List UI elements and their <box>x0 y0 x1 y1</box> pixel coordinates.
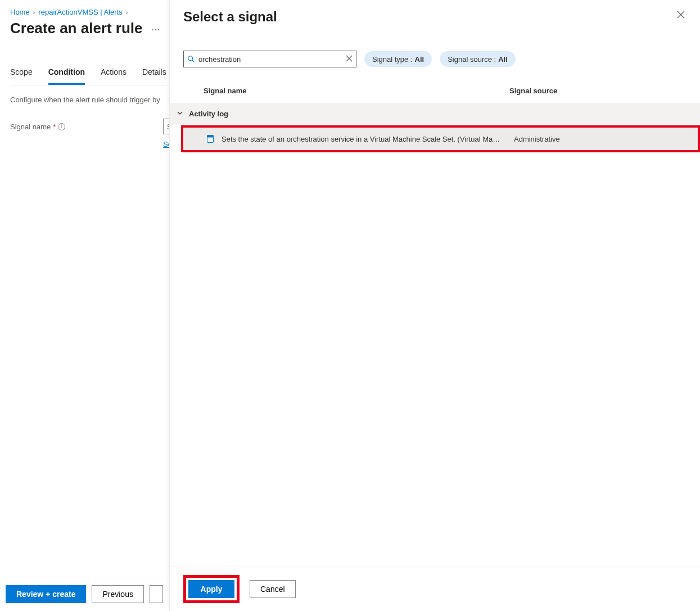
review-create-button[interactable]: Review + create <box>6 585 86 603</box>
more-icon[interactable]: … <box>151 21 161 33</box>
signal-source-filter[interactable]: Signal source :All <box>440 51 516 67</box>
chevron-down-icon <box>177 110 183 118</box>
signal-search-wrapper <box>183 51 356 67</box>
svg-point-0 <box>188 56 193 61</box>
group-activity-log[interactable]: Activity log <box>170 103 700 124</box>
panel-title: Select a signal <box>183 9 277 25</box>
tab-actions[interactable]: Actions <box>101 67 127 85</box>
cancel-button[interactable]: Cancel <box>250 580 296 598</box>
tab-scope[interactable]: Scope <box>10 67 33 85</box>
previous-button[interactable]: Previous <box>92 585 143 603</box>
breadcrumb-home[interactable]: Home <box>10 8 30 16</box>
highlighted-result: Sets the state of an orchestration servi… <box>181 125 700 152</box>
apply-button[interactable]: Apply <box>188 580 234 598</box>
apply-highlight: Apply <box>183 575 240 603</box>
chevron-right-icon: › <box>33 9 35 16</box>
close-icon[interactable] <box>675 9 687 22</box>
column-header-signal-name[interactable]: Signal name <box>204 87 509 95</box>
activity-log-icon <box>206 134 215 143</box>
signal-search-input[interactable] <box>198 55 346 64</box>
signal-result-name: Sets the state of an orchestration servi… <box>222 135 507 143</box>
chevron-right-icon: › <box>126 9 128 16</box>
info-icon[interactable]: i <box>58 123 65 130</box>
tab-condition[interactable]: Condition <box>48 67 85 85</box>
signal-name-label: Signal name* i <box>10 123 156 131</box>
breadcrumb-item-1[interactable]: repairActionVMSS | Alerts <box>38 8 122 16</box>
truncated-button[interactable] <box>150 585 163 603</box>
clear-search-icon[interactable] <box>346 55 353 64</box>
tab-details[interactable]: Details <box>142 67 166 85</box>
signal-type-filter[interactable]: Signal type :All <box>364 51 432 67</box>
select-signal-panel: Select a signal Signal type :All Signal … <box>169 0 700 611</box>
column-header-signal-source[interactable]: Signal source <box>509 87 557 95</box>
signal-result-source: Administrative <box>514 135 560 143</box>
svg-line-1 <box>192 60 195 62</box>
svg-rect-3 <box>207 135 214 138</box>
signal-result-row[interactable]: Sets the state of an orchestration servi… <box>183 128 698 150</box>
search-icon <box>187 55 195 63</box>
page-title: Create an alert rule <box>10 20 143 37</box>
